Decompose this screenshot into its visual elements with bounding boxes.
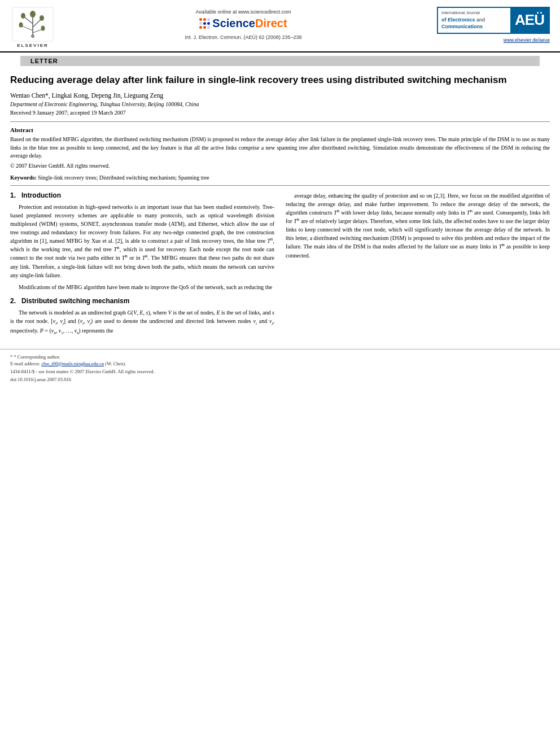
elsevier-url: www.elsevier.de/aeue bbox=[504, 37, 550, 43]
right-col-intro-text: average delay, enhancing the quality of … bbox=[286, 191, 550, 260]
svg-point-6 bbox=[30, 11, 36, 18]
journal-reference: Int. J. Electron. Commun. (AEÜ) 62 (2008… bbox=[185, 34, 301, 40]
right-column: average delay, enhancing the quality of … bbox=[286, 191, 550, 340]
header-right: International Journal of Electronics and… bbox=[431, 7, 550, 43]
intro-para-2: Modifications of the MFBG algorithm have… bbox=[10, 283, 274, 291]
svg-point-9 bbox=[19, 23, 23, 28]
doi-line: doi:10.1016/j.aeue.2007.03.016 bbox=[10, 377, 550, 382]
communications-label: Communications bbox=[441, 23, 507, 30]
divider-2 bbox=[10, 185, 550, 186]
section-2-heading: 2. Distributed switching mechanism bbox=[10, 297, 274, 305]
author-list: Wentao Chen*, Lingkai Kong, Depeng Jin, … bbox=[10, 92, 163, 99]
dsm-para-1: The network is modeled as an undirected … bbox=[10, 308, 274, 337]
section-2-title: Distributed switching mechanism bbox=[21, 297, 129, 305]
copyright: © 2007 Elsevier GmbH. All rights reserve… bbox=[10, 163, 550, 169]
keywords-label: Keywords: bbox=[10, 174, 37, 181]
aeu-journal-box: International Journal of Electronics and… bbox=[437, 7, 550, 34]
received-date: Received 9 January 2007; accepted 19 Mar… bbox=[10, 110, 550, 116]
letter-label: LETTER bbox=[30, 58, 58, 64]
footnote-corresponding: * * Corresponding author. bbox=[10, 354, 550, 360]
intl-journal-label: International Journal bbox=[441, 10, 507, 16]
svg-point-11 bbox=[31, 34, 34, 38]
divider-1 bbox=[10, 121, 550, 122]
section-1-body: Protection and restoration in high-speed… bbox=[10, 203, 274, 291]
svg-point-7 bbox=[21, 13, 25, 19]
aeu-journal-info: International Journal of Electronics and… bbox=[438, 8, 510, 33]
elsevier-logo: ELSEVIER bbox=[10, 7, 55, 48]
page-header: ELSEVIER Available online at www.science… bbox=[0, 0, 560, 53]
electronics-label: of Electronics and bbox=[441, 16, 507, 24]
footnote-star: * bbox=[10, 354, 12, 360]
left-column: 1. Introduction Protection and restorati… bbox=[10, 191, 274, 340]
section-1-heading: 1. Introduction bbox=[10, 191, 274, 199]
right-intro-para: average delay, enhancing the quality of … bbox=[286, 191, 550, 260]
abstract-heading: Abstract bbox=[10, 126, 550, 133]
page-footer: * * Corresponding author. E-mail address… bbox=[0, 349, 560, 385]
issn-line: 1434-8411/$ - see front matter © 2007 El… bbox=[10, 369, 550, 374]
aeu-label: AEÜ bbox=[510, 8, 549, 33]
email-suffix: (W. Chen). bbox=[105, 361, 126, 366]
sciencedirect-logo: ScienceDirect bbox=[199, 17, 287, 30]
section-2-number: 2. bbox=[10, 297, 16, 305]
available-online-text: Available online at www.sciencedirect.co… bbox=[196, 9, 291, 15]
two-column-layout: 1. Introduction Protection and restorati… bbox=[10, 191, 550, 340]
section-1-number: 1. bbox=[10, 191, 16, 199]
abstract-text-content: Based on the modified MFBG algorithm, th… bbox=[10, 136, 550, 159]
paper-title: Reducing average delay after link failur… bbox=[10, 74, 550, 86]
letter-bar: LETTER bbox=[20, 56, 540, 66]
email-address: chw_t00@mails.tsinghua.edu.cn bbox=[41, 361, 104, 366]
authors: Wentao Chen*, Lingkai Kong, Depeng Jin, … bbox=[10, 92, 550, 99]
abstract-section: Abstract Based on the modified MFBG algo… bbox=[10, 126, 550, 169]
elsevier-text: ELSEVIER bbox=[17, 43, 49, 48]
intro-para-1: Protection and restoration in high-speed… bbox=[10, 203, 274, 279]
email-label: E-mail address: bbox=[10, 361, 40, 366]
header-center: Available online at www.sciencedirect.co… bbox=[61, 7, 426, 40]
sciencedirect-text: ScienceDirect bbox=[212, 17, 287, 30]
abstract-body: Based on the modified MFBG algorithm, th… bbox=[10, 136, 550, 160]
footnote-email: E-mail address: chw_t00@mails.tsinghua.e… bbox=[10, 361, 550, 366]
main-content: LETTER Reducing average delay after link… bbox=[0, 56, 560, 340]
svg-point-8 bbox=[40, 15, 44, 21]
corresponding-author-label: * Corresponding author. bbox=[14, 354, 60, 360]
svg-point-10 bbox=[41, 26, 45, 31]
section-1-title: Introduction bbox=[21, 191, 61, 199]
affiliation: Department of Electronic Engineering, Ts… bbox=[10, 101, 550, 107]
keywords-section: Keywords: Single-link recovery trees; Di… bbox=[10, 174, 550, 181]
section-2-body: The network is modeled as an undirected … bbox=[10, 308, 274, 337]
keywords-values: Single-link recovery trees; Distributed … bbox=[38, 174, 209, 181]
sd-icon bbox=[199, 18, 210, 29]
